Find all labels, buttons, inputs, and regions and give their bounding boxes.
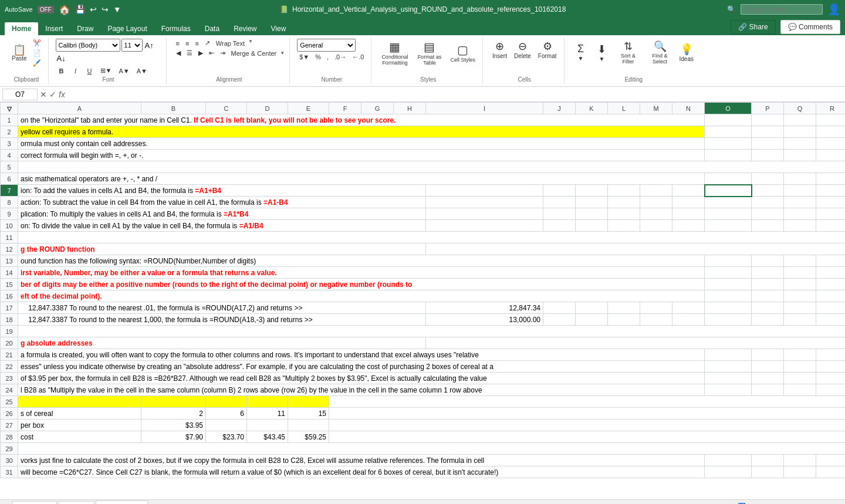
cell-A9[interactable]: plication: To multiply the values in cel… bbox=[18, 208, 426, 220]
cell-P13[interactable] bbox=[752, 255, 784, 267]
cell-I20[interactable] bbox=[426, 337, 846, 349]
align-top-left-button[interactable]: ≡ bbox=[174, 39, 182, 48]
cell-D28[interactable]: $43.45 bbox=[247, 431, 288, 443]
decimal-decrease-button[interactable]: ←.0 bbox=[350, 53, 366, 61]
cell-O4[interactable] bbox=[705, 150, 752, 161]
align-center-button[interactable]: ☰ bbox=[184, 49, 195, 57]
percent-button[interactable]: % bbox=[313, 53, 323, 61]
cell-R18[interactable] bbox=[816, 314, 846, 326]
insert-function-icon[interactable]: fx bbox=[59, 90, 65, 99]
cell-K8[interactable] bbox=[576, 197, 608, 208]
cell-A26[interactable]: s of cereal bbox=[18, 408, 141, 420]
cell-Q6[interactable] bbox=[784, 173, 816, 185]
cell-P17[interactable] bbox=[752, 302, 784, 314]
add-sheet-button[interactable]: + bbox=[2, 502, 8, 505]
cell-M17[interactable] bbox=[640, 302, 672, 314]
row-header-6[interactable]: 6 bbox=[1, 173, 18, 185]
cell-R24[interactable] bbox=[816, 384, 846, 396]
cell-D26[interactable]: 11 bbox=[247, 408, 288, 420]
cell-A12[interactable]: g the ROUND function bbox=[18, 243, 426, 255]
cell-N9[interactable] bbox=[672, 208, 705, 220]
indent-increase-button[interactable]: ⇥ bbox=[218, 49, 228, 57]
tab-draw[interactable]: Draw bbox=[70, 22, 100, 35]
cell-P16[interactable] bbox=[752, 290, 784, 302]
cell-R1[interactable] bbox=[816, 114, 846, 126]
tab-insert[interactable]: Insert bbox=[38, 22, 70, 35]
cell-C28[interactable]: $23.70 bbox=[206, 431, 247, 443]
cell-P3[interactable] bbox=[752, 138, 784, 150]
col-header-G[interactable]: G bbox=[361, 103, 394, 114]
tab-page-layout[interactable]: Page Layout bbox=[100, 22, 154, 35]
cell-A29[interactable] bbox=[18, 443, 846, 455]
cell-E28[interactable]: $59.25 bbox=[288, 431, 329, 443]
wrap-text-button[interactable]: Wrap Text bbox=[214, 39, 247, 48]
bold-button[interactable]: B bbox=[56, 66, 67, 75]
cell-Q2[interactable] bbox=[784, 126, 816, 138]
cell-M18[interactable] bbox=[640, 314, 672, 326]
autosave-toggle[interactable]: OFF bbox=[38, 6, 54, 13]
row-header-19[interactable]: 19 bbox=[1, 326, 18, 337]
cell-J9[interactable] bbox=[543, 208, 576, 220]
cell-A13[interactable]: ound function has the following syntax: … bbox=[18, 255, 705, 267]
cell-J17[interactable] bbox=[543, 302, 576, 314]
save-icon[interactable]: 💾 bbox=[75, 5, 85, 14]
cell-C26[interactable]: 6 bbox=[206, 408, 247, 420]
cell-styles-button[interactable]: ▢ Cell Styles bbox=[448, 42, 478, 64]
cell-A21[interactable]: a formula is created, you will often wan… bbox=[18, 349, 705, 361]
cell-R7[interactable] bbox=[816, 185, 846, 197]
cell-A7[interactable]: ion: To add the values in cells A1 and B… bbox=[18, 185, 426, 197]
conditional-formatting-button[interactable]: ▦ Conditional Formatting bbox=[378, 39, 411, 67]
search-input[interactable] bbox=[741, 4, 823, 15]
sheet-tab-vertical[interactable]: Vertical bbox=[58, 501, 94, 504]
cell-O7[interactable] bbox=[705, 185, 752, 197]
cell-N18[interactable] bbox=[672, 314, 705, 326]
cell-B25[interactable] bbox=[141, 396, 206, 408]
cell-O15[interactable] bbox=[705, 279, 752, 290]
cell-A1[interactable]: on the "Horizontal" tab and enter your n… bbox=[18, 114, 705, 126]
select-all-button[interactable]: ▽ bbox=[7, 106, 12, 112]
row-header-21[interactable]: 21 bbox=[1, 349, 18, 361]
tab-data[interactable]: Data bbox=[198, 22, 227, 35]
cell-A6[interactable]: asic mathematical operators are +, -, * … bbox=[18, 173, 705, 185]
cell-R8[interactable] bbox=[816, 197, 846, 208]
row-header-3[interactable]: 3 bbox=[1, 138, 18, 150]
cell-O10[interactable] bbox=[705, 220, 752, 232]
confirm-formula-icon[interactable]: ✓ bbox=[49, 90, 56, 99]
cell-J7[interactable] bbox=[543, 185, 576, 197]
cell-A8[interactable]: action: To subtract the value in cell B4… bbox=[18, 197, 426, 208]
col-header-I[interactable]: I bbox=[426, 103, 543, 114]
cell-A23[interactable]: of $3.95 per box, the formula in cell B2… bbox=[18, 373, 705, 384]
cell-O9[interactable] bbox=[705, 208, 752, 220]
cell-O14[interactable] bbox=[705, 267, 752, 279]
row-header-7[interactable]: 7 bbox=[1, 185, 18, 197]
col-header-R[interactable]: R bbox=[816, 103, 846, 114]
find-select-button[interactable]: 🔍 Find & Select bbox=[645, 39, 675, 66]
cell-A25[interactable] bbox=[18, 396, 141, 408]
font-size-select[interactable]: 11 bbox=[121, 39, 143, 52]
account-icon[interactable]: 👤 bbox=[827, 3, 840, 16]
cell-F25[interactable] bbox=[329, 396, 846, 408]
merge-center-dropdown[interactable]: ▼ bbox=[280, 50, 285, 56]
cell-P24[interactable] bbox=[752, 384, 784, 396]
cell-R6[interactable] bbox=[816, 173, 846, 185]
cell-O18[interactable] bbox=[705, 314, 752, 326]
format-painter-button[interactable]: 🖌️ bbox=[31, 59, 43, 67]
sheet-tab-instructions[interactable]: Instructions bbox=[96, 500, 148, 504]
ideas-button[interactable]: 💡 Ideas bbox=[677, 39, 696, 66]
cell-R21[interactable] bbox=[816, 349, 846, 361]
cell-K17[interactable] bbox=[576, 302, 608, 314]
sort-filter-button[interactable]: ⇅ Sort & Filter bbox=[614, 39, 643, 66]
tab-review[interactable]: Review bbox=[227, 22, 263, 35]
tab-home[interactable]: Home bbox=[5, 22, 38, 35]
cell-O2[interactable] bbox=[705, 126, 752, 138]
cell-R16[interactable] bbox=[816, 290, 846, 302]
decimal-increase-button[interactable]: .0→ bbox=[332, 53, 349, 61]
cell-A14[interactable]: irst variable, Number, may be either a v… bbox=[18, 267, 705, 279]
cell-M7[interactable] bbox=[640, 185, 672, 197]
cell-A27[interactable]: per box bbox=[18, 420, 141, 431]
cell-Q24[interactable] bbox=[784, 384, 816, 396]
align-top-center-button[interactable]: ≡ bbox=[183, 39, 191, 48]
cell-A31[interactable]: will become =C26*C27. Since Cell C27 is … bbox=[18, 466, 705, 478]
cell-K18[interactable] bbox=[576, 314, 608, 326]
underline-button[interactable]: U bbox=[84, 66, 96, 75]
